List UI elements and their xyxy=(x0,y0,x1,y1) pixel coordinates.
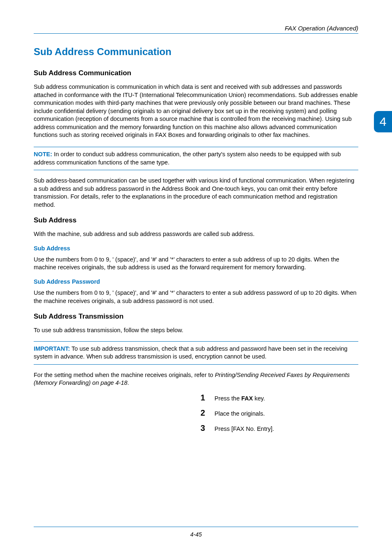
step-bold: FAX xyxy=(241,395,253,402)
step-pre: Place the originals. xyxy=(214,410,265,417)
paragraph-sub-address-intro: With the machine, sub address and sub ad… xyxy=(34,230,358,238)
step-row: 1 Press the FAX key. xyxy=(201,393,358,402)
step-row: 3 Press [FAX No. Entry]. xyxy=(201,423,358,433)
note-text: NOTE: In order to conduct sub address co… xyxy=(34,151,341,166)
step-text: Press [FAX No. Entry]. xyxy=(214,426,274,432)
step-text: Place the originals. xyxy=(214,410,265,417)
page-header: FAX Operation (Advanced) xyxy=(34,25,358,34)
step-text: Press the FAX key. xyxy=(214,395,265,402)
footer-rule xyxy=(34,527,358,527)
step-number: 1 xyxy=(201,393,214,402)
paragraph-after-note: Sub address-based communication can be u… xyxy=(34,177,358,209)
heading-sub-address-transmission: Sub Address Transmission xyxy=(34,312,358,321)
important-label: IMPORTANT: xyxy=(34,345,70,352)
important-text: IMPORTANT: To use sub address transmissi… xyxy=(34,345,348,360)
step-pre: Press [FAX No. Entry]. xyxy=(214,426,274,432)
paragraph-transmission-intro: To use sub address transmission, follow … xyxy=(34,326,358,335)
section-heading-main: Sub Address Communication xyxy=(34,46,358,58)
steps-list: 1 Press the FAX key. 2 Place the origina… xyxy=(201,393,358,433)
important-block: IMPORTANT: To use sub address transmissi… xyxy=(34,341,358,365)
paragraph-sub-address-password: Use the numbers from 0 to 9, ' (space)',… xyxy=(34,289,358,305)
ref-lead: For the setting method when the machine … xyxy=(34,372,215,378)
heading-sub-address: Sub Address xyxy=(34,216,358,224)
note-label: NOTE: xyxy=(34,151,52,157)
step-post: key. xyxy=(253,395,265,402)
step-row: 2 Place the originals. xyxy=(201,408,358,418)
note-block: NOTE: In order to conduct sub address co… xyxy=(34,147,358,170)
chapter-tab: 4 xyxy=(374,111,392,132)
paragraph-reference: For the setting method when the machine … xyxy=(34,371,358,387)
ref-tail: . xyxy=(127,379,129,386)
paragraph-sub-address-detail: Use the numbers from 0 to 9, ' (space)',… xyxy=(34,256,358,272)
subheading-sub-address: Sub Address xyxy=(34,245,358,252)
step-number: 2 xyxy=(201,408,214,418)
note-body: In order to conduct sub address communic… xyxy=(34,151,341,166)
heading-sub-address-communication: Sub Address Communication xyxy=(34,69,358,77)
step-number: 3 xyxy=(201,423,214,433)
paragraph-intro: Sub address communication is communicati… xyxy=(34,83,358,139)
step-pre: Press the xyxy=(214,395,241,402)
header-title: FAX Operation (Advanced) xyxy=(34,25,358,32)
header-rule xyxy=(34,33,358,34)
important-body: To use sub address transmission, check t… xyxy=(34,345,348,360)
subheading-sub-address-password: Sub Address Password xyxy=(34,278,358,285)
page-number: 4-45 xyxy=(0,531,392,538)
